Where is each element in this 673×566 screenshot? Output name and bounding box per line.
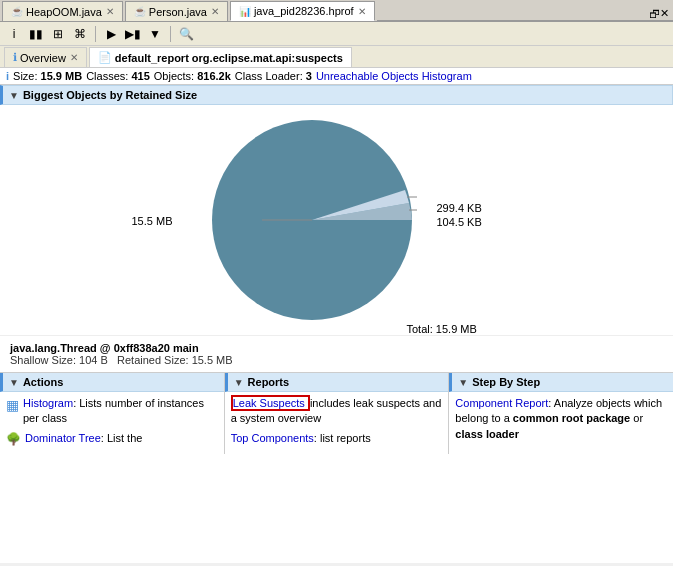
section-title: Biggest Objects by Retained Size [23, 89, 197, 101]
reports-panel: ▼ Reports Leak Suspects includes leak su… [225, 373, 450, 454]
sub-tab-report-label: default_report org.eclipse.mat.api:suspe… [115, 52, 343, 64]
component-report-text: Component Report: Analyze objects which … [455, 396, 667, 442]
toolbar-histogram-btn[interactable]: ▮▮ [26, 24, 46, 44]
tab-bar: ☕ HeapOOM.java ✕ ☕ Person.java ✕ 📊 java_… [0, 0, 673, 22]
toolbar-dropdown-btn[interactable]: ▼ [145, 24, 165, 44]
actions-arrow[interactable]: ▼ [9, 377, 19, 388]
java-icon-2: ☕ [134, 6, 146, 17]
domtree-icon: 🌳 [6, 432, 21, 446]
reports-arrow[interactable]: ▼ [234, 377, 244, 388]
tab-label-person: Person.java [149, 6, 207, 18]
info-bar: i Size: 15.9 MB Classes: 415 Objects: 81… [0, 68, 673, 85]
step-by-step-panel: ▼ Step By Step Component Report: Analyze… [449, 373, 673, 454]
tab-hprof[interactable]: 📊 java_pid28236.hprof ✕ [230, 1, 375, 21]
slice2-label: 299.4 KB [437, 202, 482, 214]
histogram-link[interactable]: Histogram [23, 397, 73, 409]
toolbar-step-btn[interactable]: ▶▮ [123, 24, 143, 44]
reports-header: ▼ Reports [225, 373, 449, 392]
histogram-item: ▦ Histogram: Lists number of instances p… [6, 396, 218, 427]
top-components-text: Top Components: list reports [231, 431, 371, 446]
actions-title: Actions [23, 376, 63, 388]
top-components-link[interactable]: Top Components [231, 432, 314, 444]
pie-chart [207, 115, 417, 325]
histogram-text: Histogram: Lists number of instances per… [23, 396, 218, 427]
window-close[interactable]: ✕ [660, 7, 669, 20]
main-slice-label: 15.5 MB [132, 215, 173, 227]
leak-suspects-link[interactable]: Leak Suspects [233, 397, 305, 409]
biggest-objects-header: ▼ Biggest Objects by Retained Size [0, 85, 673, 105]
window-controls[interactable]: 🗗 [649, 8, 660, 20]
domtree-item: 🌳 Dominator Tree: List the [6, 431, 218, 446]
java-icon: ☕ [11, 6, 23, 17]
info-text-size: Size: 15.9 MB [13, 70, 82, 82]
toolbar-oql-btn[interactable]: ⌘ [70, 24, 90, 44]
step-arrow[interactable]: ▼ [458, 377, 468, 388]
tab-close-person[interactable]: ✕ [211, 6, 219, 17]
domtree-text: Dominator Tree: List the [25, 431, 142, 446]
bottom-panels: ▼ Actions ▦ Histogram: Lists number of i… [0, 372, 673, 454]
domtree-link[interactable]: Dominator Tree [25, 432, 101, 444]
info-text-classes: Classes: 415 [86, 70, 150, 82]
separator-1 [95, 26, 96, 42]
histogram-icon: ▦ [6, 397, 19, 413]
sub-tab-overview[interactable]: ℹ Overview ✕ [4, 47, 87, 67]
step-content: Component Report: Analyze objects which … [449, 392, 673, 450]
actions-panel: ▼ Actions ▦ Histogram: Lists number of i… [0, 373, 225, 454]
toolbar-info-btn[interactable]: i [4, 24, 24, 44]
tab-heapoom[interactable]: ☕ HeapOOM.java ✕ [2, 1, 123, 21]
toolbar-run-btn[interactable]: ▶ [101, 24, 121, 44]
tab-label: HeapOOM.java [26, 6, 102, 18]
toolbar-search-btn[interactable]: 🔍 [176, 24, 196, 44]
step-title: Step By Step [472, 376, 540, 388]
slice3-label: 104.5 KB [437, 216, 482, 228]
leak-suspects-box: Leak Suspects [231, 395, 310, 411]
tab-close-heapoom[interactable]: ✕ [106, 6, 114, 17]
sub-tab-overview-label: Overview [20, 52, 66, 64]
tab-person[interactable]: ☕ Person.java ✕ [125, 1, 228, 21]
leak-suspects-text: Leak Suspects includes leak suspects and… [231, 396, 443, 427]
info-icon: i [6, 70, 9, 82]
object-info: java.lang.Thread @ 0xff838a20 main Shall… [0, 335, 673, 372]
unreachable-objects-link[interactable]: Unreachable Objects Histogram [316, 70, 472, 82]
total-label: Total: 15.9 MB [407, 323, 477, 335]
object-name: java.lang.Thread @ 0xff838a20 main [10, 342, 663, 354]
actions-content: ▦ Histogram: Lists number of instances p… [0, 392, 224, 454]
actions-header: ▼ Actions [0, 373, 224, 392]
leak-suspects-item: Leak Suspects includes leak suspects and… [231, 396, 443, 427]
toolbar: i ▮▮ ⊞ ⌘ ▶ ▶▮ ▼ 🔍 [0, 22, 673, 46]
retained-size: 15.5 MB [192, 354, 233, 366]
info-text-objects: Objects: 816.2k [154, 70, 231, 82]
info-text-classloader: Class Loader: 3 [235, 70, 312, 82]
chart-area: 15.5 MB 299.4 KB 104.5 KB Total: 15.9 MB [0, 105, 673, 335]
separator-2 [170, 26, 171, 42]
object-details: Shallow Size: 104 B Retained Size: 15.5 … [10, 354, 663, 366]
component-report-link[interactable]: Component Report [455, 397, 548, 409]
shallow-size: 104 B [79, 354, 108, 366]
main-content: ▼ Biggest Objects by Retained Size [0, 85, 673, 563]
sub-tab-report[interactable]: 📄 default_report org.eclipse.mat.api:sus… [89, 47, 352, 67]
hprof-icon: 📊 [239, 6, 251, 17]
step-header: ▼ Step By Step [449, 373, 673, 392]
tab-label-hprof: java_pid28236.hprof [254, 5, 354, 17]
overview-icon: ℹ [13, 51, 17, 64]
sub-tab-close-overview[interactable]: ✕ [70, 52, 78, 63]
top-components-item: Top Components: list reports [231, 431, 443, 446]
common-root-text: common root package [513, 412, 630, 424]
reports-content: Leak Suspects includes leak suspects and… [225, 392, 449, 454]
sub-tab-bar: ℹ Overview ✕ 📄 default_report org.eclips… [0, 46, 673, 68]
component-report-item: Component Report: Analyze objects which … [455, 396, 667, 442]
class-loader-text: class loader [455, 428, 519, 440]
reports-title: Reports [248, 376, 290, 388]
toolbar-domtree-btn[interactable]: ⊞ [48, 24, 68, 44]
tab-close-hprof[interactable]: ✕ [358, 6, 366, 17]
collapse-arrow[interactable]: ▼ [9, 90, 19, 101]
report-icon: 📄 [98, 51, 112, 64]
